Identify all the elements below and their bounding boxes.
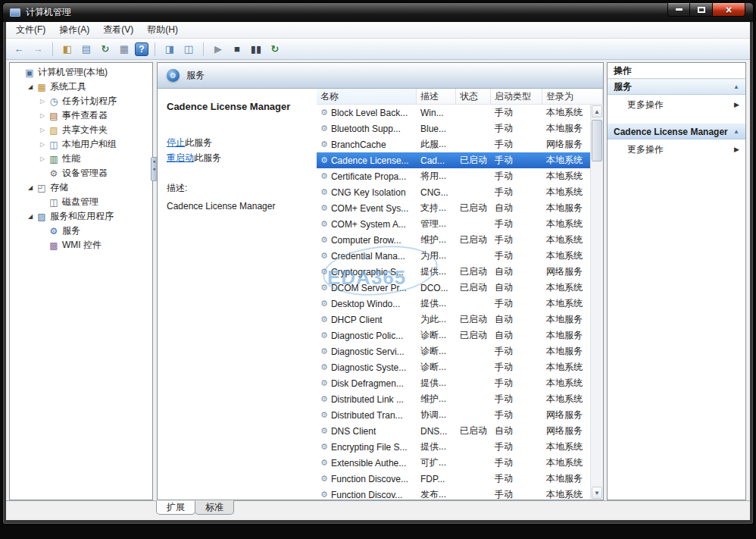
stop-service-icon[interactable]: ■ (229, 41, 245, 58)
minimize-button[interactable] (667, 3, 690, 17)
forward-icon[interactable]: → (30, 41, 46, 58)
toolbar-separator (203, 42, 204, 56)
service-gear-icon: ⚙ (320, 283, 328, 293)
tree-item[interactable]: 存储 (10, 180, 152, 195)
view-tabstrip: 扩展 标准 (6, 500, 750, 520)
restart-service-icon[interactable]: ↻ (267, 41, 283, 58)
tree-item[interactable]: 共享文件夹 (10, 123, 152, 137)
column-header-logon-as[interactable]: 登录为 (542, 89, 603, 104)
vertical-scrollbar[interactable]: ▲ ▼ (590, 105, 603, 500)
tab-extended[interactable]: 扩展 (156, 500, 195, 515)
column-header-status[interactable]: 状态 (456, 89, 491, 104)
expander-icon[interactable] (37, 98, 48, 105)
restart-service-link[interactable]: 重启动 (167, 152, 194, 163)
tree-item[interactable]: 磁盘管理 (10, 195, 152, 209)
stop-service-suffix: 此服务 (185, 137, 212, 148)
service-row[interactable]: ⚙Disk Defragmen... 提供... 手动 本地系统 (317, 375, 590, 391)
restart-service-suffix: 此服务 (194, 152, 221, 163)
service-row[interactable]: ⚙Distributed Tran... 协调... 手动 网络服务 (317, 407, 590, 423)
show-action-pane-icon[interactable]: ◨ (161, 41, 178, 58)
close-icon: × (726, 5, 732, 15)
service-row[interactable]: ⚙Diagnostic Servi... 诊断... 手动 本地服务 (317, 343, 590, 359)
tree-item[interactable]: 服务和应用程序 (10, 209, 152, 224)
service-gear-icon: ⚙ (320, 108, 328, 118)
service-row[interactable]: ⚙COM+ Event Sys... 支持... 已启动 自动 本地服务 (317, 200, 590, 216)
collapse-icon[interactable]: ▲ (733, 128, 739, 135)
service-row[interactable]: ⚙Distributed Link ... 维护... 手动 本地系统 (317, 391, 590, 407)
tree-item[interactable]: 性能 (10, 152, 152, 166)
service-row[interactable]: ⚙DHCP Client 为此... 已启动 自动 本地服务 (317, 312, 590, 327)
tree-item[interactable]: 事件查看器 (10, 108, 152, 123)
computer-icon (10, 8, 20, 17)
service-row[interactable]: ⚙Diagnostic Syste... 诊断... 手动 本地系统 (317, 359, 590, 375)
export-list-icon[interactable]: ▦ (116, 41, 133, 58)
expander-icon[interactable] (25, 184, 36, 191)
refresh-icon[interactable]: ↻ (97, 41, 114, 58)
service-row[interactable]: ⚙Computer Brow... 维护... 已启动 手动 本地系统 (317, 232, 590, 248)
tree-item[interactable]: 本地用户和组 (10, 137, 152, 152)
actions-section-selected-service[interactable]: Cadence License Manager ▲ (608, 124, 745, 139)
show-console-tree-icon[interactable]: ◧ (59, 41, 76, 58)
service-row[interactable]: ⚙Desktop Windo... 提供... 手动 本地系统 (317, 296, 590, 312)
service-row[interactable]: ⚙Encrypting File S... 提供... 手动 本地系统 (317, 439, 590, 455)
help-icon[interactable]: ? (135, 42, 148, 56)
service-gear-icon: ⚙ (320, 219, 328, 229)
service-row[interactable]: ⚙Credential Mana... 为用... 手动 本地系统 (317, 248, 590, 264)
expander-icon[interactable] (37, 141, 48, 148)
close-button[interactable]: × (712, 3, 745, 17)
window-body: 文件(F) 操作(A) 查看(V) 帮助(H) ←→◧▤↻▦?◨◫▶■▮▮↻ 计… (6, 22, 750, 520)
more-actions-services[interactable]: 更多操作 ▶ (608, 95, 745, 114)
service-row[interactable]: ⚙Diagnostic Polic... 诊断... 已启动 自动 本地服务 (317, 327, 590, 343)
column-header-name[interactable]: 名称 (317, 89, 417, 104)
expander-icon[interactable] (37, 127, 48, 133)
maximize-button[interactable] (690, 3, 712, 17)
tree-item[interactable]: WMI 控件 (10, 238, 152, 252)
start-service-icon[interactable]: ▶ (210, 41, 226, 58)
stop-service-link[interactable]: 停止 (167, 137, 185, 148)
column-header-startup-type[interactable]: 启动类型 (491, 89, 542, 104)
expander-icon[interactable] (25, 83, 36, 90)
service-row[interactable]: ⚙Function Discov... 发布... 手动 本地系统 (317, 487, 590, 500)
collapse-icon[interactable]: ▲ (733, 83, 739, 90)
service-row[interactable]: ⚙CNG Key Isolation CNG... 手动 本地系统 (317, 184, 590, 200)
menu-help[interactable]: 帮助(H) (140, 22, 185, 39)
extended-view-icon[interactable]: ◫ (180, 41, 197, 58)
properties-icon[interactable]: ▤ (78, 41, 95, 58)
service-row[interactable]: ⚙Certificate Propa... 将用... 手动 本地系统 (317, 168, 590, 184)
scroll-up-icon[interactable]: ▲ (592, 105, 602, 118)
service-row[interactable]: ⚙Function Discove... FDP... 手动 本地服务 (317, 471, 590, 487)
tree-item[interactable]: 系统工具 (10, 80, 152, 94)
service-row[interactable]: ⚙DNS Client DNS... 已启动 自动 网络服务 (317, 423, 590, 439)
tab-standard[interactable]: 标准 (195, 500, 234, 515)
pause-service-icon[interactable]: ▮▮ (248, 41, 264, 58)
service-row[interactable]: ⚙DCOM Server Pr... DCO... 已启动 自动 本地系统 (317, 280, 590, 296)
service-row[interactable]: ⚙Block Level Back... Win... 手动 本地系统 (317, 105, 590, 121)
scrollbar-thumb[interactable] (592, 120, 602, 161)
menu-view[interactable]: 查看(V) (96, 22, 140, 39)
service-row[interactable]: ⚙COM+ System A... 管理... 手动 本地系统 (317, 216, 590, 232)
actions-section-selected-service-title: Cadence License Manager (614, 127, 728, 137)
service-gear-icon: ⚙ (320, 155, 328, 165)
expander-icon[interactable] (37, 112, 48, 119)
console-tree-panel: 计算机管理(本地) 系统工具 任务计划程序 (9, 62, 153, 500)
service-row[interactable]: ⚙BranchCache 此服... 手动 网络服务 (317, 136, 590, 152)
menu-action[interactable]: 操作(A) (52, 22, 96, 39)
back-icon[interactable]: ← (11, 41, 27, 58)
more-actions-selected-service[interactable]: 更多操作 ▶ (608, 139, 745, 159)
tree-item[interactable]: 设备管理器 (10, 166, 152, 180)
menu-file[interactable]: 文件(F) (9, 22, 52, 39)
service-row[interactable]: ⚙Extensible Authe... 可扩... 手动 本地系统 (317, 455, 590, 471)
expander-icon[interactable] (37, 155, 48, 162)
service-row[interactable]: ⚙Cadence License... Cad... 已启动 手动 本地系统 (317, 152, 590, 168)
tree-item[interactable]: 计算机管理(本地) (10, 65, 152, 80)
actions-section-services[interactable]: 服务 ▲ (608, 79, 745, 95)
menubar: 文件(F) 操作(A) 查看(V) 帮助(H) (6, 22, 750, 39)
column-header-description[interactable]: 描述 (417, 89, 456, 104)
scroll-down-icon[interactable]: ▼ (592, 487, 602, 499)
service-row[interactable]: ⚙Cryptographic S... 提供... 已启动 自动 网络服务 (317, 264, 590, 280)
expander-icon[interactable] (25, 213, 36, 220)
service-row[interactable]: ⚙Bluetooth Supp... Blue... 手动 本地服务 (317, 121, 590, 136)
titlebar[interactable]: 计算机管理 (3, 3, 753, 22)
tree-item[interactable]: 任务计划程序 (10, 94, 152, 108)
tree-item[interactable]: 服务 (10, 224, 152, 238)
